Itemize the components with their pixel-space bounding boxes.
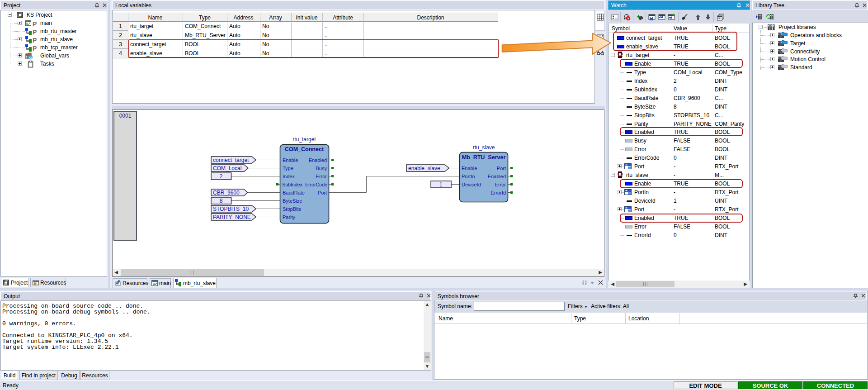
svg-text:2: 2 [220, 173, 223, 180]
svg-text:G: G [29, 56, 32, 60]
svg-text:Error: Error [316, 174, 327, 179]
svg-text:rtu_slave: rtu_slave [473, 144, 495, 151]
svg-text:Port: Port [497, 166, 506, 171]
svg-text:CBR_9600: CBR_9600 [213, 190, 240, 196]
svg-text:StopBits: StopBits [283, 206, 301, 212]
svg-text:P: P [33, 20, 37, 28]
svg-text:1: 1 [439, 181, 443, 188]
svg-text:0001: 0001 [119, 113, 132, 119]
svg-text:BaudRate: BaudRate [283, 190, 305, 195]
svg-text:DeviceId: DeviceId [462, 182, 481, 187]
svg-text:Busy: Busy [316, 166, 327, 171]
svg-text:Enabled: Enabled [309, 157, 327, 163]
svg-text:Enable: Enable [462, 166, 477, 171]
svg-text:Type: Type [283, 166, 293, 171]
svg-text:ErrorCode: ErrorCode [305, 182, 327, 187]
svg-text:Enable: Enable [283, 157, 298, 163]
svg-text:enable_slave: enable_slave [408, 165, 440, 171]
svg-text:Error: Error [495, 182, 506, 187]
svg-text:connect_target: connect_target [213, 157, 249, 163]
svg-text:Mb_RTU_Server: Mb_RTU_Server [462, 154, 506, 161]
svg-text:rtu_target: rtu_target [292, 136, 316, 143]
svg-text:Port: Port [318, 190, 327, 195]
svg-text:B: B [618, 172, 621, 177]
svg-text:P: P [33, 37, 37, 44]
svg-text:SubIndex: SubIndex [282, 182, 303, 187]
svg-text:Parity: Parity [283, 214, 296, 220]
svg-text:P: P [33, 45, 37, 52]
svg-text:8: 8 [220, 198, 223, 204]
svg-text:Index: Index [283, 174, 295, 179]
svg-text:ErrorId: ErrorId [491, 190, 506, 195]
svg-text:COM_Local: COM_Local [213, 165, 241, 171]
svg-text:COM_Connect: COM_Connect [285, 146, 324, 152]
svg-text:STOPBITS_10: STOPBITS_10 [213, 206, 249, 212]
svg-text:PortIn: PortIn [462, 174, 475, 179]
svg-text:PARITY_NONE: PARITY_NONE [213, 214, 251, 220]
svg-text:ByteSize: ByteSize [283, 198, 302, 204]
svg-text:P: P [33, 29, 37, 36]
svg-text:Enabled: Enabled [488, 174, 506, 179]
svg-text:B: B [618, 52, 621, 57]
